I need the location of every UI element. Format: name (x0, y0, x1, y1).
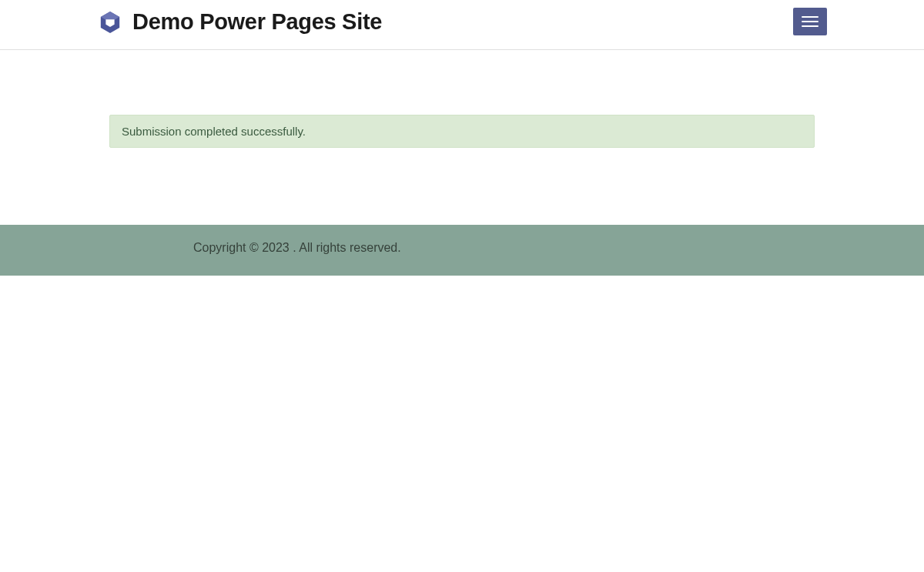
hamburger-bar-icon (802, 16, 819, 18)
content-container: Submission completed successfully. (109, 115, 815, 148)
alert-message: Submission completed successfully. (122, 125, 306, 138)
hamburger-bar-icon (802, 25, 819, 27)
hamburger-bar-icon (802, 21, 819, 22)
navbar-brand[interactable]: Demo Power Pages Site (0, 9, 382, 35)
top-navbar: Demo Power Pages Site (0, 0, 924, 50)
footer-copyright: Copyright © 2023 . All rights reserved. (96, 241, 828, 255)
page-footer: Copyright © 2023 . All rights reserved. (0, 225, 924, 276)
site-title: Demo Power Pages Site (132, 9, 382, 35)
navbar-right (793, 8, 924, 35)
success-alert: Submission completed successfully. (109, 115, 815, 148)
logo-icon (99, 10, 122, 33)
hamburger-menu-button[interactable] (793, 8, 827, 35)
main-content: Submission completed successfully. (0, 50, 924, 225)
